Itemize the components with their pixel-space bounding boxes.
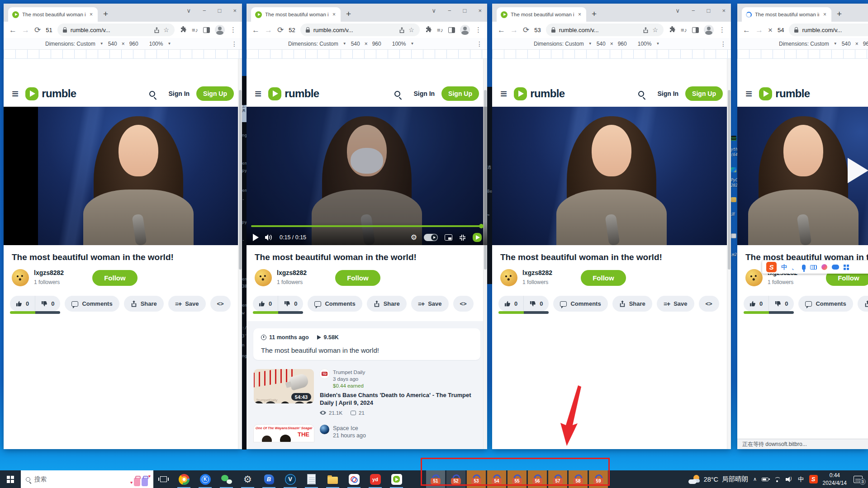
tab-close-icon[interactable]: × <box>332 11 337 18</box>
share-button[interactable]: Share <box>124 296 164 312</box>
address-bar[interactable]: rumble.com/v... ☆ <box>300 24 420 36</box>
save-button[interactable]: ≡+Save <box>411 296 449 312</box>
related-thumbnail[interactable]: TrumpetDaily 54:43 <box>254 369 314 403</box>
channel-avatar[interactable] <box>745 269 763 286</box>
video-player[interactable] <box>492 107 731 245</box>
action-center-icon[interactable]: 3 <box>854 476 863 483</box>
sign-in-link[interactable]: Sign In <box>413 90 435 97</box>
browser-tab[interactable]: The most beautiful woman in × <box>742 7 831 22</box>
minimize-button[interactable]: − <box>692 7 695 14</box>
extensions-puzzle-icon[interactable] <box>669 26 676 33</box>
new-tab-button[interactable]: + <box>837 9 842 18</box>
viewport-height[interactable]: 960 <box>863 41 868 47</box>
follow-button[interactable]: Follow <box>335 270 380 286</box>
ime-game-mode-icon[interactable] <box>832 265 839 270</box>
autoplay-toggle[interactable] <box>424 234 438 241</box>
media-playlist-icon[interactable]: ≡♪ <box>192 27 198 33</box>
reload-button[interactable]: ⟳ <box>523 26 529 34</box>
chrome-menu-icon[interactable]: ⋮ <box>475 26 482 34</box>
extensions-puzzle-icon[interactable] <box>180 26 187 33</box>
dimensions-select[interactable]: Dimensions: Custom <box>779 41 829 47</box>
ime-toolbox-icon[interactable] <box>844 265 849 270</box>
ime-punctuation-icon[interactable]: 、 <box>792 263 797 271</box>
dimensions-select[interactable]: Dimensions: Custom <box>534 41 584 47</box>
maximize-button[interactable]: □ <box>218 7 222 14</box>
ime-chinese-mode-icon[interactable]: 中 <box>781 263 787 271</box>
zoom-select[interactable]: 100% <box>149 41 163 47</box>
like-button[interactable]: 0 <box>10 296 35 312</box>
taskbar-app-kuaishou[interactable]: K <box>194 470 216 488</box>
url-text[interactable]: rumble.com/v... <box>802 27 868 33</box>
taskbar-app-bitget[interactable]: B <box>258 470 280 488</box>
taskbar-app-youdao[interactable]: yd <box>365 470 386 488</box>
forward-button[interactable]: → <box>265 26 272 34</box>
follow-button[interactable]: Follow <box>92 270 138 286</box>
exit-fullscreen-icon[interactable] <box>459 234 466 241</box>
taskbar-clock[interactable]: 0:44 2024/4/14 <box>823 472 847 486</box>
share-button[interactable]: Share <box>367 296 407 312</box>
volume-icon[interactable] <box>265 234 273 241</box>
viewport-width[interactable]: 540 <box>108 41 117 47</box>
address-bar[interactable]: rumble.com/v... ☆ <box>546 24 664 36</box>
rumble-logo[interactable]: rumble <box>759 87 810 100</box>
viewport-width[interactable]: 540 <box>842 41 851 47</box>
maximize-button[interactable]: □ <box>463 7 467 14</box>
embed-button[interactable]: <> <box>699 296 719 312</box>
related-video-item[interactable]: TrumpetDaily 54:43 TD Trumpet Daily 3 da… <box>254 369 480 416</box>
taskbar-app-browser[interactable] <box>173 470 194 488</box>
comments-button[interactable]: Comments <box>553 296 607 312</box>
share-icon[interactable] <box>643 27 649 33</box>
viewport-width[interactable]: 540 <box>351 41 360 47</box>
menu-hamburger-icon[interactable]: ≡ <box>255 89 261 99</box>
devtools-options-icon[interactable]: ⋮ <box>720 40 726 47</box>
url-text[interactable]: rumble.com/v... <box>313 27 396 33</box>
media-playlist-icon[interactable]: ≡♪ <box>681 27 687 33</box>
bookmark-star-icon[interactable]: ☆ <box>652 26 658 33</box>
taskbar-app-notepad[interactable] <box>301 470 322 488</box>
devtools-options-icon[interactable]: ⋮ <box>476 40 483 47</box>
tab-search-chevron-icon[interactable]: ∨ <box>432 7 436 14</box>
lock-icon[interactable] <box>794 29 798 33</box>
lock-icon[interactable] <box>63 29 67 33</box>
ime-language-indicator[interactable]: 中 <box>798 475 804 483</box>
channel-avatar[interactable] <box>255 269 272 286</box>
scrollbar-thumb[interactable] <box>239 90 242 270</box>
sign-in-link[interactable]: Sign In <box>657 90 678 97</box>
picture-in-picture-icon[interactable] <box>445 234 452 241</box>
back-button[interactable]: ← <box>9 26 17 34</box>
bookmark-star-icon[interactable]: ☆ <box>408 26 414 33</box>
like-button[interactable]: 0 <box>253 296 278 312</box>
related-channel-name[interactable]: Trumpet Daily <box>333 370 365 375</box>
volume-icon[interactable]: ) <box>786 477 793 482</box>
related-channel-avatar[interactable] <box>320 425 329 434</box>
channel-name[interactable]: lxgzs8282 <box>522 269 552 277</box>
side-panel-icon[interactable] <box>203 27 210 33</box>
address-bar[interactable]: rumble.com/v... <box>789 24 868 36</box>
media-playlist-icon[interactable]: ≡♪ <box>437 27 443 33</box>
search-icon[interactable] <box>638 91 644 97</box>
browser-tab[interactable]: The most beautiful woman in × <box>497 7 586 22</box>
sogou-tray-icon[interactable]: S <box>809 475 818 483</box>
menu-hamburger-icon[interactable]: ≡ <box>500 89 507 99</box>
reload-button[interactable]: ⟳ <box>277 26 284 34</box>
search-icon[interactable] <box>394 91 400 97</box>
close-button[interactable]: × <box>233 7 237 14</box>
side-panel-icon[interactable] <box>692 27 699 33</box>
task-view-button[interactable] <box>153 470 173 488</box>
share-icon[interactable] <box>399 27 405 33</box>
rumble-logo[interactable]: rumble <box>268 87 319 100</box>
viewport-height[interactable]: 960 <box>372 41 381 47</box>
player-settings-icon[interactable]: ⚙ <box>411 234 417 241</box>
follow-button[interactable]: Follow <box>581 270 626 286</box>
minimize-button[interactable]: − <box>448 7 451 14</box>
sogou-logo-icon[interactable]: S <box>766 262 777 272</box>
related-video-item[interactable]: One Of The Wayans Sleazin' Seagal THE Sp… <box>254 425 480 442</box>
tab-close-icon[interactable]: × <box>577 11 582 18</box>
page-scrollbar[interactable] <box>238 59 242 449</box>
minimize-button[interactable]: − <box>203 7 206 14</box>
profile-avatar[interactable] <box>215 25 225 35</box>
dimensions-select[interactable]: Dimensions: Custom <box>45 41 95 47</box>
sign-up-button[interactable]: Sign Up <box>196 86 234 101</box>
ime-skin-icon[interactable] <box>821 264 827 270</box>
related-title[interactable]: Biden's Base Chants 'Death to America' -… <box>320 392 480 407</box>
